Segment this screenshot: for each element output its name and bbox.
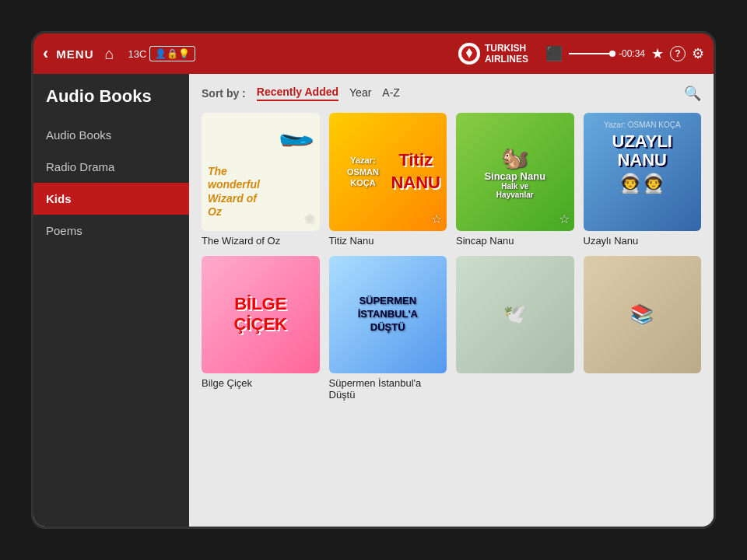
main-content: Audio Books Audio Books Radio Drama Kids… (33, 74, 714, 527)
book-3[interactable]: 🕊️ (456, 256, 574, 401)
seat-bracket: 👤🔒💡 (149, 46, 195, 61)
search-icon[interactable]: 🔍 (684, 85, 701, 102)
book-title: Sincap Nanu (456, 235, 574, 247)
screen: ‹ MENU ⌂ 13C 👤🔒💡 TURKISH AIRLINES (31, 31, 716, 529)
book-title: Titiz Nanu (329, 235, 447, 247)
airline-circle (458, 43, 480, 65)
wizard-cover-text: ThewonderfulWizard ofOz (208, 165, 260, 219)
book-bilge-cicek[interactable]: BİLGEÇİÇEK Bilge Çiçek (202, 256, 320, 401)
top-bar: ‹ MENU ⌂ 13C 👤🔒💡 TURKISH AIRLINES (33, 33, 714, 74)
top-right-icons: ⬛ -00:34 ★ ? ⚙ (545, 45, 704, 62)
book-title: The Wizard of Oz (202, 235, 320, 247)
sort-label: Sort by : (202, 87, 246, 100)
uzayli-cover-text: Yazar: OSMAN KOÇA UZAYLINANU 👨‍🚀👨‍🚀 (584, 113, 702, 231)
star-badge: ☆ (431, 212, 442, 226)
back-button[interactable]: ‹ (43, 44, 48, 64)
sidebar-item-kids[interactable]: Kids (33, 183, 189, 215)
sidebar-item-audio-books[interactable]: Audio Books (33, 119, 189, 151)
home-icon[interactable]: ⌂ (105, 45, 114, 63)
sort-year[interactable]: Year (349, 86, 371, 100)
flight-progress: -00:34 (569, 48, 645, 59)
seat-info: 13C 👤🔒💡 (128, 46, 196, 61)
book-titiz-nanu[interactable]: Yazar:OSMAN KOÇA TitizNANU ☆ Titiz Nanu (329, 113, 447, 247)
help-icon[interactable]: ? (670, 46, 686, 61)
sidebar-item-radio-drama[interactable]: Radio Drama (33, 151, 189, 183)
sort-az[interactable]: A-Z (382, 86, 400, 100)
book-superman-istanbul[interactable]: SÜPERMENİSTANBUL'ADÜŞTÜ Süpermen İstanbu… (329, 256, 447, 401)
airline-logo: TURKISH AIRLINES (458, 43, 528, 65)
menu-label: MENU (56, 47, 93, 61)
book-wizard-of-oz[interactable]: 🥿 ThewonderfulWizard ofOz ☆ The Wizard o… (202, 113, 320, 247)
star-badge: ☆ (559, 212, 570, 226)
book-title: Uzaylı Nanu (584, 235, 702, 247)
book-uzayli-nanu[interactable]: Yazar: OSMAN KOÇA UZAYLINANU 👨‍🚀👨‍🚀 Uzay… (584, 113, 702, 247)
favorites-icon[interactable]: ★ (651, 45, 664, 62)
content-area: Sort by : Recently Added Year A-Z 🔍 🥿 Th… (189, 74, 714, 527)
titiz-cover-text: Yazar:OSMAN KOÇA TitizNANU (329, 113, 447, 231)
bilge-cover-text: BİLGEÇİÇEK (202, 256, 320, 374)
star-badge: ☆ (304, 212, 315, 226)
sidebar: Audio Books Audio Books Radio Drama Kids… (33, 74, 189, 527)
sort-recently-added[interactable]: Recently Added (257, 86, 338, 101)
book4-cover: 📚 (584, 256, 702, 374)
sidebar-item-poems[interactable]: Poems (33, 215, 189, 247)
airline-name: TURKISH AIRLINES (485, 43, 528, 65)
sort-bar: Sort by : Recently Added Year A-Z 🔍 (202, 85, 701, 102)
time-remaining: -00:34 (619, 48, 645, 59)
superman-cover-text: SÜPERMENİSTANBUL'ADÜŞTÜ (329, 256, 447, 374)
book-title: Süpermen İstanbul'a Düştü (329, 377, 447, 401)
wizard-shoe-graphic: 🥿 (273, 113, 315, 153)
settings-icon[interactable]: ⚙ (692, 45, 704, 62)
sincap-cover-text: 🐿️ Sincap Nanu Halk veHayvanlar (456, 113, 574, 231)
book-4[interactable]: 📚 (584, 256, 702, 401)
book3-cover: 🕊️ (456, 256, 574, 374)
seat-number: 13C (128, 48, 147, 60)
screen-cast-icon[interactable]: ⬛ (545, 45, 563, 62)
sidebar-title: Audio Books (33, 86, 189, 119)
book-sincap-nanu[interactable]: 🐿️ Sincap Nanu Halk veHayvanlar ☆ Sincap… (456, 113, 574, 247)
book-title: Bilge Çiçek (202, 377, 320, 389)
books-grid: 🥿 ThewonderfulWizard ofOz ☆ The Wizard o… (202, 113, 701, 401)
